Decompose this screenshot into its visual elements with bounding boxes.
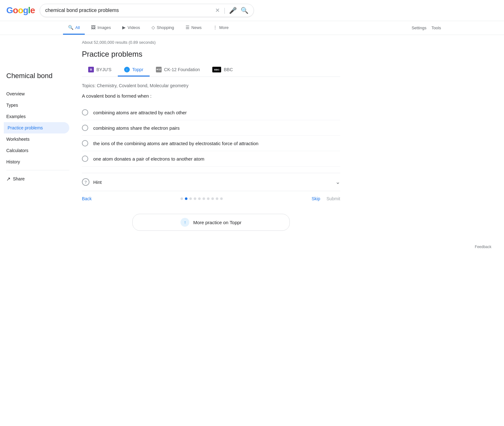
tools-link[interactable]: Tools [432, 26, 441, 30]
feedback-link[interactable]: Feedback [475, 245, 491, 249]
dot-6 [203, 197, 205, 200]
dot-8 [211, 197, 214, 200]
logo-o2: o [18, 5, 23, 15]
tab-videos-label: Videos [128, 25, 140, 30]
sidebar: Chemical bond Overview Types Examples Pr… [6, 40, 69, 238]
toppr-favicon: ↑ [124, 67, 130, 72]
question-text: A covalent bond is formed when : [82, 93, 340, 99]
sidebar-item-types[interactable]: Types [6, 99, 69, 111]
sidebar-item-practice-problems[interactable]: Practice problems [4, 122, 69, 133]
tab-all-label: All [75, 25, 80, 30]
option-3-text: the ions of the combining atoms are attr… [93, 141, 258, 146]
toppr-circle-icon: ↑ [180, 218, 189, 227]
hint-icon: ? [82, 178, 89, 186]
videos-icon: ▶ [122, 25, 126, 30]
tab-images-label: Images [97, 25, 111, 30]
hint-label: Hint [93, 179, 102, 185]
dot-2 [185, 197, 187, 200]
radio-4[interactable] [82, 156, 88, 162]
tab-videos[interactable]: ▶ Videos [117, 21, 145, 35]
google-logo: Google [6, 5, 35, 15]
option-1-text: combining atoms are attracted by each ot… [93, 110, 187, 115]
voice-search-icon[interactable]: 🎤 [229, 7, 237, 14]
search-icon[interactable]: 🔍 [241, 7, 249, 14]
more-practice-button[interactable]: ↑ More practice on Toppr [132, 214, 290, 231]
logo-e: e [30, 5, 35, 15]
share-icon: ↗ [6, 176, 10, 182]
dot-5 [198, 197, 201, 200]
tab-shopping-label: Shopping [157, 25, 174, 30]
source-tab-bbc[interactable]: BBC BBC [206, 64, 239, 77]
sidebar-item-calculators[interactable]: Calculators [6, 145, 69, 156]
sidebar-item-worksheets[interactable]: Worksheets [6, 133, 69, 145]
tab-news-label: News [192, 25, 202, 30]
dot-3 [189, 197, 192, 200]
settings-tools: Settings Tools [412, 26, 441, 30]
dot-10 [220, 197, 223, 200]
news-icon: ☰ [186, 25, 190, 30]
tab-news[interactable]: ☰ News [180, 21, 207, 35]
divider: | [224, 7, 225, 14]
dot-4 [194, 197, 196, 200]
sidebar-item-overview[interactable]: Overview [6, 88, 69, 99]
ck12-label: CK-12 Foundation [164, 67, 200, 72]
main-container: Chemical bond Overview Types Examples Pr… [0, 35, 504, 238]
topics: Topics: Chemistry, Covalent bond, Molecu… [82, 83, 340, 88]
bbc-label: BBC [224, 67, 233, 72]
hint-row[interactable]: ? Hint ⌄ [82, 173, 340, 191]
option-3[interactable]: the ions of the combining atoms are attr… [82, 136, 340, 151]
share-button[interactable]: ↗ Share [6, 173, 69, 185]
chevron-down-icon[interactable]: ⌄ [335, 179, 340, 185]
tab-all[interactable]: 🔍 All [63, 21, 85, 35]
source-tab-byjus[interactable]: B BYJU'S [82, 64, 118, 77]
dot-1 [180, 197, 183, 200]
logo-o1: o [13, 5, 18, 15]
dot-9 [216, 197, 218, 200]
options-list: combining atoms are attracted by each ot… [82, 105, 340, 167]
sidebar-title: Chemical bond [6, 71, 69, 81]
source-tab-toppr[interactable]: ↑ Toppr [118, 64, 150, 77]
bbc-favicon: BBC [212, 67, 221, 72]
sidebar-item-examples[interactable]: Examples [6, 111, 69, 122]
tab-shopping[interactable]: ◇ Shopping [146, 21, 179, 35]
option-1[interactable]: combining atoms are attracted by each ot… [82, 105, 340, 120]
dot-7 [207, 197, 209, 200]
option-4-text: one atom donates a pair of electrons to … [93, 156, 204, 162]
option-4[interactable]: one atom donates a pair of electrons to … [82, 151, 340, 167]
nav-right: Skip Submit [312, 196, 340, 201]
back-button[interactable]: Back [82, 196, 92, 201]
settings-link[interactable]: Settings [412, 26, 427, 30]
more-icon: ⋮ [213, 25, 217, 30]
all-icon: 🔍 [68, 25, 73, 30]
hint-left: ? Hint [82, 178, 102, 186]
logo-g2: g [23, 5, 28, 15]
option-2-text: combining atoms share the electron pairs [93, 125, 180, 131]
radio-1[interactable] [82, 109, 88, 116]
question-nav-row: Back Skip Submit [82, 191, 340, 206]
clear-icon[interactable]: ✕ [215, 7, 220, 14]
skip-button[interactable]: Skip [312, 196, 320, 201]
search-icons: ✕ | 🎤 🔍 [215, 7, 249, 14]
byjus-label: BYJU'S [96, 67, 112, 72]
section-title: Practice problems [82, 50, 340, 59]
radio-3[interactable] [82, 140, 88, 146]
source-tabs: B BYJU'S ↑ Toppr ≪12 CK-12 Foundation BB… [82, 64, 340, 77]
sidebar-item-history[interactable]: History [6, 156, 69, 168]
radio-2[interactable] [82, 125, 88, 131]
logo-l: l [28, 5, 30, 15]
nav-tabs: 🔍 All 🖼 Images ▶ Videos ◇ Shopping ☰ New… [0, 21, 504, 35]
header: Google ✕ | 🎤 🔍 [0, 0, 504, 21]
search-input[interactable] [45, 8, 213, 13]
source-tab-ck12[interactable]: ≪12 CK-12 Foundation [150, 64, 206, 77]
logo-g: G [6, 5, 13, 15]
option-2[interactable]: combining atoms share the electron pairs [82, 120, 340, 136]
sidebar-divider [6, 170, 69, 170]
search-bar[interactable]: ✕ | 🎤 🔍 [40, 4, 254, 17]
tab-images[interactable]: 🖼 Images [86, 21, 116, 35]
toppr-arrow-icon: ↑ [184, 220, 186, 225]
submit-button[interactable]: Submit [326, 196, 340, 201]
more-practice-label: More practice on Toppr [193, 220, 241, 225]
tab-more[interactable]: ⋮ More [208, 21, 234, 35]
content-area: About 52,000,000 results (0.89 seconds) … [69, 40, 353, 238]
feedback-container: Feedback [0, 238, 504, 255]
